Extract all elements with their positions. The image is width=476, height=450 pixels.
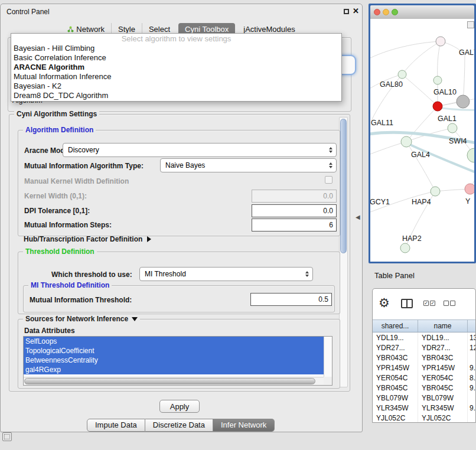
minimize-traffic-light[interactable] (383, 9, 389, 15)
table-cell: 13 (467, 332, 475, 343)
zoom-traffic-light[interactable] (392, 9, 398, 15)
table-cell: YJL052C (373, 414, 418, 422)
list-horizontal-scrollbar[interactable] (24, 377, 324, 385)
mi-threshold-group: MI Threshold Definition Mutual Informati… (23, 285, 335, 312)
network-node[interactable] (431, 187, 440, 196)
network-node[interactable] (433, 102, 442, 111)
table-cell: YBR045C (418, 383, 467, 393)
network-node[interactable] (398, 70, 406, 79)
network-graph[interactable]: GAL7GAL80GAL10GAL11GAL1SWI4GAL4GCY1HAP4Y… (370, 19, 474, 262)
table-row[interactable]: YBR043CYBR043C (373, 353, 475, 363)
algorithm-option[interactable]: Bayesian - Hill Climbing (11, 44, 341, 53)
mi-threshold-label: Mutual Information Threshold: (30, 296, 132, 304)
node-label: Y (465, 197, 471, 206)
mi-steps-field[interactable]: 6 (252, 219, 337, 231)
table-row[interactable]: YDR27...YDR27...12 (373, 343, 475, 353)
network-node[interactable] (448, 123, 457, 133)
birdseye-toggle-icon[interactable] (467, 21, 474, 28)
close-traffic-light[interactable] (374, 9, 380, 15)
deselect-all-icon[interactable] (444, 301, 455, 306)
attribute-item[interactable]: BetweennessCentrality (24, 356, 324, 365)
network-node[interactable] (465, 184, 474, 194)
scrollbar-thumb[interactable] (340, 119, 347, 253)
panel-collapse-arrow[interactable]: ◀ (356, 214, 360, 220)
network-canvas[interactable]: GAL7GAL80GAL10GAL11GAL1SWI4GAL4GCY1HAP4Y… (370, 19, 474, 262)
column-header[interactable]: name (418, 320, 467, 332)
kernel-width-label: Kernel Width (0,1): (24, 192, 87, 200)
settings-group-title: Cyni Algorithm Settings (14, 110, 99, 118)
aracne-mode-value: Discovery (68, 146, 99, 154)
network-edge[interactable] (370, 41, 441, 60)
table-cell (467, 393, 475, 403)
table-row[interactable]: YDL19...YDL19...13 (373, 332, 475, 343)
sources-group-title[interactable]: Sources for Network Inference (23, 315, 140, 323)
attribute-item[interactable]: TopologicalCoefficient (24, 346, 324, 356)
table-row[interactable]: YJL052CYJL052C (373, 413, 475, 423)
control-panel-titlebar[interactable]: Control Panel ✕ (1, 4, 362, 19)
table-row[interactable]: YLR345WYLR345W9. (373, 403, 475, 413)
table-cell: YDR27... (373, 344, 418, 352)
tab-infer-network[interactable]: Infer Network (213, 419, 275, 432)
algorithm-option[interactable]: Mutual Information Inference (11, 72, 341, 81)
table-cell: YBL079W (418, 393, 467, 403)
mi-threshold-field[interactable]: 0.5 (250, 293, 332, 306)
minimized-panel-icon[interactable] (2, 432, 12, 441)
mi-type-select[interactable]: Naive Bayes (160, 158, 337, 172)
dpi-tolerance-field[interactable]: 0.0 (252, 204, 337, 217)
which-threshold-select[interactable]: MI Threshold (139, 267, 313, 281)
network-window-titlebar[interactable] (370, 5, 474, 19)
list-vertical-scrollbar[interactable] (324, 337, 332, 377)
desktop: Control Panel ✕ NetworkStyleSelectCyni T… (0, 0, 476, 450)
mi-threshold-group-title: MI Threshold Definition (28, 281, 112, 289)
hub-definition-toggle[interactable]: Hub/Transcription Factor Definition (24, 235, 151, 243)
network-node[interactable] (400, 243, 410, 253)
network-node[interactable] (433, 76, 442, 84)
network-edge[interactable] (438, 107, 474, 110)
table-row[interactable]: YBL079WYBL079W (373, 393, 475, 403)
apply-button[interactable]: Apply (159, 400, 200, 413)
data-attributes-list[interactable]: SelfLoopsTopologicalCoefficientBetweenne… (23, 336, 332, 386)
kernel-width-field[interactable]: 0.0 (252, 190, 337, 203)
network-node[interactable] (401, 136, 412, 147)
algorithm-option[interactable]: Dream8 DC_TDC Algorithm (11, 91, 341, 100)
aracne-mode-select[interactable]: Discovery (63, 143, 337, 157)
scrollbar-thumb[interactable] (24, 378, 315, 384)
scrollbar-corner (324, 377, 332, 385)
network-edge[interactable] (438, 41, 441, 80)
attribute-item[interactable]: gal4RGexp (24, 365, 324, 374)
node-label: GAL10 (433, 88, 457, 96)
network-node[interactable] (457, 95, 470, 108)
table-header-row: shared...name (373, 319, 475, 332)
spinner-arrows-icon (327, 144, 334, 156)
close-icon[interactable]: ✕ (353, 6, 359, 15)
network-node[interactable] (436, 37, 445, 46)
table-row[interactable]: YBR045CYBR045C9. (373, 383, 475, 393)
network-edge[interactable] (402, 74, 438, 106)
tab-impute-data[interactable]: Impute Data (87, 419, 145, 432)
network-edge[interactable] (406, 143, 474, 175)
column-header[interactable] (467, 320, 475, 332)
algorithm-option[interactable]: Basic Correlation Inference (11, 53, 341, 63)
attribute-item[interactable]: SelfLoops (24, 337, 324, 346)
float-window-icon[interactable] (344, 9, 349, 14)
node-label: GCY1 (370, 198, 390, 206)
settings-scrollbar[interactable] (339, 117, 348, 387)
sources-group: Sources for Network Inference Data Attri… (18, 319, 340, 389)
column-layout-icon[interactable] (401, 299, 413, 308)
table-cell: YBL079W (373, 394, 418, 402)
network-edge[interactable] (402, 41, 441, 74)
select-all-icon[interactable]: ✓✓ (423, 301, 435, 306)
gear-icon[interactable]: ⚙ (379, 296, 390, 310)
algorithm-option[interactable]: ARACNE Algorithm (11, 63, 341, 72)
network-node[interactable] (467, 148, 474, 162)
table-panel-title: Table Panel (374, 271, 415, 280)
dropdown-placeholder[interactable]: Select algorithm to view settings (11, 34, 341, 44)
table-row[interactable]: YER054CYER054C8. (373, 373, 475, 383)
manual-kernel-checkbox[interactable] (325, 176, 332, 184)
algorithm-option[interactable]: Bayesian - K2 (11, 81, 341, 91)
column-header[interactable]: shared... (373, 320, 418, 332)
network-edge[interactable] (370, 142, 406, 156)
network-edge[interactable] (463, 56, 465, 102)
table-row[interactable]: YPR145WYPR145W9. (373, 363, 475, 373)
tab-discretize-data[interactable]: Discretize Data (145, 419, 213, 432)
